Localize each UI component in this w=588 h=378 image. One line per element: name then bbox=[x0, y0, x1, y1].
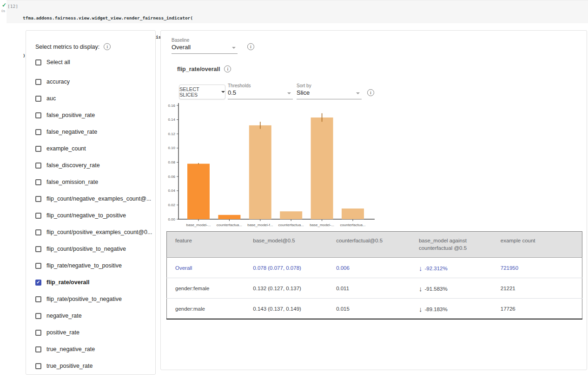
col-header-base-model: base_model@0.5 bbox=[253, 232, 336, 258]
svg-text:base_model-...: base_model-... bbox=[310, 223, 334, 227]
metric-item[interactable]: ✓ positive_rate bbox=[35, 324, 152, 341]
baseline-value: Overall bbox=[172, 44, 191, 51]
metrics-panel-title: Select metrics to display: bbox=[35, 44, 99, 50]
counterfactual-cell: 0.015 bbox=[336, 299, 419, 319]
cell-execution-time: 0s bbox=[1, 9, 5, 13]
thresholds-value: 0.5 bbox=[228, 89, 236, 96]
metric-item[interactable]: ✓ false_omission_rate bbox=[35, 174, 152, 190]
sort-by-value: Slice bbox=[297, 89, 310, 96]
checkbox-icon[interactable]: ✓ bbox=[35, 163, 41, 169]
checkbox-icon[interactable]: ✓ bbox=[35, 330, 41, 336]
checkbox-icon[interactable]: ✓ bbox=[35, 280, 41, 286]
counterfactual-cell: 0.011 bbox=[336, 278, 419, 299]
down-arrow-icon: ↓ bbox=[419, 264, 423, 272]
metric-label: auc bbox=[46, 95, 56, 102]
table-row[interactable]: gender:male 0.143 (0.137, 0.149) 0.015 ↓… bbox=[167, 299, 582, 319]
metric-label: accuracy bbox=[46, 78, 70, 85]
fairness-bar-chart: 0.000.020.040.060.080.100.120.140.16base… bbox=[165, 103, 383, 235]
svg-text:0.08: 0.08 bbox=[168, 160, 175, 164]
metric-item[interactable]: ✓ flip_count/negative_to_positive bbox=[35, 207, 152, 224]
down-arrow-icon: ↓ bbox=[419, 305, 423, 313]
counterfactual-cell: 0.006 bbox=[336, 258, 419, 278]
metric-item[interactable]: ✓ flip_rate/negative_to_positive bbox=[35, 257, 152, 274]
chevron-down-icon bbox=[232, 47, 236, 49]
metric-item[interactable]: ✓ flip_count/positive_examples_count@0..… bbox=[35, 224, 152, 241]
checkbox-icon[interactable]: ✓ bbox=[35, 213, 41, 219]
metric-item[interactable]: ✓ accuracy bbox=[35, 73, 152, 90]
checkbox-icon[interactable]: ✓ bbox=[35, 229, 41, 235]
select-slices-label: SELECT SLICES bbox=[179, 86, 218, 98]
metric-label: Select all bbox=[46, 59, 70, 65]
checkbox-icon[interactable]: ✓ bbox=[35, 196, 41, 202]
checkbox-icon[interactable]: ✓ bbox=[35, 296, 41, 302]
controls-info-icon[interactable]: i bbox=[367, 89, 374, 96]
cell-execution-count: [12] bbox=[7, 4, 18, 9]
svg-text:0.00: 0.00 bbox=[168, 217, 175, 222]
col-header-comparison: base_model against counterfactual @0.5 bbox=[419, 232, 501, 258]
checkbox-icon[interactable]: ✓ bbox=[35, 112, 41, 118]
slice-metrics-table: feature base_model@0.5 counterfactual@0.… bbox=[166, 231, 582, 319]
metric-item[interactable]: ✓ Select all bbox=[35, 54, 152, 71]
table-header-row: feature base_model@0.5 counterfactual@0.… bbox=[167, 232, 582, 258]
comparison-cell: ↓-91.583% bbox=[419, 278, 501, 299]
metric-label: example_count bbox=[46, 145, 86, 152]
base-model-cell: 0.132 (0.127, 0.137) bbox=[253, 278, 336, 299]
metric-info-icon[interactable]: i bbox=[224, 65, 231, 72]
sort-by-label: Sort by bbox=[297, 83, 362, 88]
metric-label: false_negative_rate bbox=[46, 129, 97, 135]
metric-item[interactable]: ✓ flip_rate/positive_to_negative bbox=[35, 291, 152, 307]
svg-text:0.06: 0.06 bbox=[168, 175, 175, 179]
checkbox-icon[interactable]: ✓ bbox=[35, 313, 41, 319]
checkbox-icon[interactable]: ✓ bbox=[35, 246, 41, 252]
thresholds-label: Thresholds bbox=[228, 83, 293, 88]
thresholds-dropdown[interactable]: 0.5 bbox=[228, 88, 293, 99]
checkbox-icon[interactable]: ✓ bbox=[35, 346, 41, 352]
metric-item[interactable]: ✓ false_negative_rate bbox=[35, 124, 152, 140]
table-row[interactable]: Overall 0.078 (0.077, 0.078) 0.006 ↓-92.… bbox=[167, 258, 582, 278]
metric-item[interactable]: ✓ true_negative_rate bbox=[35, 341, 152, 358]
metric-item[interactable]: ✓ example_count bbox=[35, 140, 152, 157]
svg-text:0.16: 0.16 bbox=[168, 104, 175, 108]
metric-label: flip_count/negative_examples_count@... bbox=[46, 196, 151, 202]
checkbox-icon[interactable]: ✓ bbox=[35, 59, 41, 65]
feature-cell: gender:male bbox=[167, 299, 253, 319]
chevron-down-icon bbox=[356, 92, 360, 94]
sort-by-dropdown[interactable]: Slice bbox=[297, 88, 362, 99]
metrics-info-icon[interactable]: i bbox=[104, 43, 111, 50]
metric-label: flip_rate/negative_to_positive bbox=[46, 262, 122, 269]
metric-label: flip_count/positive_to_negative bbox=[46, 246, 126, 252]
checkbox-icon[interactable]: ✓ bbox=[35, 363, 41, 369]
checkbox-icon[interactable]: ✓ bbox=[35, 146, 41, 152]
svg-text:base_model-f...: base_model-f... bbox=[247, 223, 273, 227]
metric-item[interactable]: ✓ flip_count/negative_examples_count@... bbox=[35, 190, 152, 207]
metric-item[interactable]: ✓ false_discovery_rate bbox=[35, 157, 152, 174]
checkbox-icon[interactable]: ✓ bbox=[35, 96, 41, 102]
svg-text:0.10: 0.10 bbox=[168, 146, 175, 150]
code-line: tfma.addons.fairness.view.widget_view.re… bbox=[23, 15, 193, 21]
metric-item[interactable]: ✓ false_positive_rate bbox=[35, 107, 152, 124]
checkbox-icon[interactable]: ✓ bbox=[35, 79, 41, 85]
feature-cell: gender:female bbox=[167, 278, 253, 299]
checkbox-icon[interactable]: ✓ bbox=[35, 263, 41, 269]
metric-label: flip_count/positive_examples_count@0... bbox=[46, 229, 152, 235]
svg-text:0.02: 0.02 bbox=[168, 203, 175, 207]
metric-item[interactable]: ✓ flip_count/positive_to_negative bbox=[35, 241, 152, 257]
metric-label: true_negative_rate bbox=[46, 346, 95, 352]
baseline-info-icon[interactable]: i bbox=[247, 43, 254, 50]
baseline-label: Baseline bbox=[172, 38, 238, 43]
metric-section-title: flip_rate/overall bbox=[177, 66, 220, 72]
metric-item[interactable]: ✓ auc bbox=[35, 90, 152, 107]
select-slices-button[interactable]: SELECT SLICES bbox=[179, 85, 225, 99]
svg-text:0.04: 0.04 bbox=[168, 189, 175, 193]
table-row[interactable]: gender:female 0.132 (0.127, 0.137) 0.011… bbox=[167, 278, 582, 299]
metric-item[interactable]: ✓ negative_rate bbox=[35, 307, 152, 324]
metric-item[interactable]: ✓ flip_rate/overall bbox=[35, 274, 152, 291]
metric-item[interactable]: ✓ true_positive_rate bbox=[35, 358, 152, 374]
metric-label: negative_rate bbox=[46, 313, 82, 319]
baseline-dropdown[interactable]: Overall bbox=[172, 43, 238, 54]
notebook-code-cell: ✓ 0s [12] tfma.addons.fairness.view.widg… bbox=[0, 0, 588, 23]
comparison-cell: ↓-89.183% bbox=[419, 299, 501, 319]
checkbox-icon[interactable]: ✓ bbox=[35, 129, 41, 135]
metric-label: flip_rate/positive_to_negative bbox=[46, 296, 122, 302]
checkbox-icon[interactable]: ✓ bbox=[35, 179, 41, 185]
